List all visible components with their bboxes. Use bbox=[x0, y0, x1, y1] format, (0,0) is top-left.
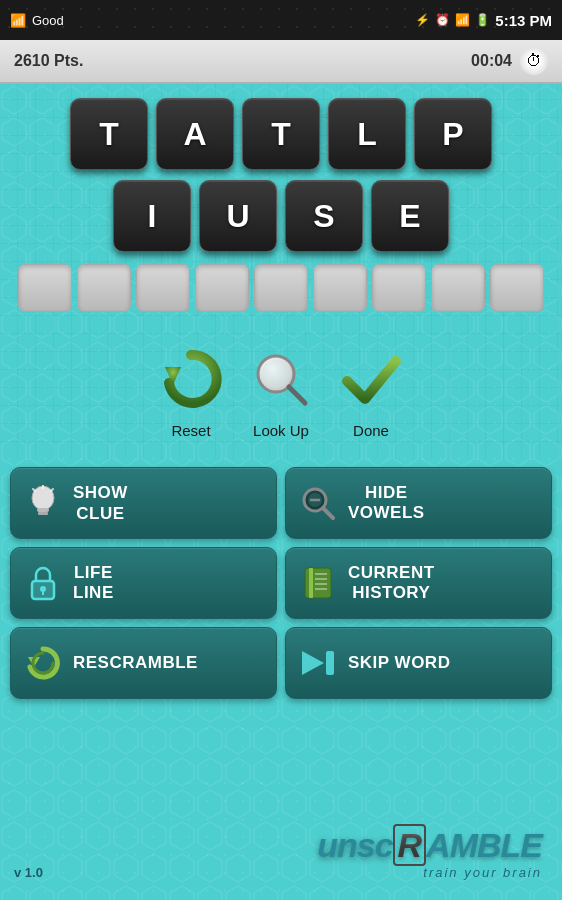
answer-slot-7[interactable] bbox=[372, 264, 426, 312]
life-line-label: LIFE LINE bbox=[73, 563, 114, 604]
show-clue-label: SHOW CLUE bbox=[73, 482, 128, 525]
battery-icon: 🔋 bbox=[475, 13, 490, 27]
wifi-icon: 📶 bbox=[455, 13, 470, 27]
tile-T1[interactable]: T bbox=[70, 98, 148, 170]
hide-vowels-button[interactable]: HIDE VOWELS bbox=[285, 467, 552, 539]
status-left: 📶 Good bbox=[10, 13, 64, 28]
tile-I[interactable]: I bbox=[113, 180, 191, 252]
answer-slot-8[interactable] bbox=[431, 264, 485, 312]
reset-label: Reset bbox=[171, 422, 210, 439]
action-buttons: SHOW CLUE HIDE VOWELS bbox=[0, 459, 562, 627]
tile-L[interactable]: L bbox=[328, 98, 406, 170]
current-history-button[interactable]: CURRENT HISTORY bbox=[285, 547, 552, 619]
svg-rect-5 bbox=[37, 508, 49, 512]
hide-vowels-label: HIDE VOWELS bbox=[348, 483, 425, 524]
timer-icon: ⏱ bbox=[520, 47, 548, 75]
logo-text: unscRAMBLE bbox=[317, 826, 542, 865]
show-clue-button[interactable]: SHOW CLUE bbox=[10, 467, 277, 539]
answer-slot-6[interactable] bbox=[313, 264, 367, 312]
svg-rect-25 bbox=[326, 651, 334, 675]
answer-slots bbox=[10, 264, 552, 312]
svg-rect-17 bbox=[305, 568, 331, 598]
magnifier-icon bbox=[300, 485, 336, 521]
tile-E[interactable]: E bbox=[371, 180, 449, 252]
lookup-button[interactable]: Look Up bbox=[246, 344, 316, 439]
signal-icon: 📶 bbox=[10, 13, 26, 28]
reset-button[interactable]: Reset bbox=[156, 344, 226, 439]
bluetooth-icon: ⚡ bbox=[415, 13, 430, 27]
tile-P[interactable]: P bbox=[414, 98, 492, 170]
svg-line-3 bbox=[289, 387, 305, 403]
timer-section: 00:04 ⏱ bbox=[471, 47, 548, 75]
alarm-icon: ⏰ bbox=[435, 13, 450, 27]
answer-slot-4[interactable] bbox=[195, 264, 249, 312]
tile-S[interactable]: S bbox=[285, 180, 363, 252]
rescramble-label: RESCRAMBLE bbox=[73, 653, 198, 673]
rescramble-icon bbox=[25, 645, 61, 681]
svg-line-12 bbox=[323, 508, 333, 518]
svg-rect-18 bbox=[309, 568, 313, 598]
current-history-label: CURRENT HISTORY bbox=[348, 563, 435, 604]
game-area: T A T L P I U S E bbox=[0, 84, 562, 459]
svg-line-8 bbox=[51, 489, 53, 491]
rescramble-button[interactable]: RESCRAMBLE bbox=[10, 627, 277, 699]
tile-T2[interactable]: T bbox=[242, 98, 320, 170]
svg-point-2 bbox=[262, 360, 290, 388]
answer-slot-3[interactable] bbox=[136, 264, 190, 312]
skip-word-label: SKIP WORD bbox=[348, 653, 450, 673]
done-label: Done bbox=[353, 422, 389, 439]
svg-rect-6 bbox=[38, 512, 48, 515]
score-display: 2610 Pts. bbox=[14, 52, 83, 70]
done-icon bbox=[336, 344, 406, 414]
reset-icon bbox=[156, 344, 226, 414]
status-icons: ⚡ ⏰ 📶 🔋 5:13 PM bbox=[415, 12, 552, 29]
arrow-right-icon bbox=[300, 645, 336, 681]
logo-sub: train your brain bbox=[317, 865, 542, 880]
book-icon bbox=[300, 565, 336, 601]
bottom-buttons: RESCRAMBLE SKIP WORD bbox=[0, 627, 562, 707]
lookup-icon bbox=[246, 344, 316, 414]
controls-row: Reset bbox=[10, 324, 552, 449]
bulb-icon bbox=[25, 485, 61, 521]
score-bar: 2610 Pts. 00:04 ⏱ bbox=[0, 40, 562, 84]
lock-btn-icon bbox=[25, 565, 61, 601]
done-button[interactable]: Done bbox=[336, 344, 406, 439]
answer-slot-9[interactable] bbox=[490, 264, 544, 312]
tile-row-2: I U S E bbox=[10, 180, 552, 252]
tile-A[interactable]: A bbox=[156, 98, 234, 170]
status-bar: 📶 Good ⚡ ⏰ 📶 🔋 5:13 PM bbox=[0, 0, 562, 40]
tile-row-1: T A T L P bbox=[10, 98, 552, 170]
svg-line-9 bbox=[33, 489, 35, 491]
svg-marker-24 bbox=[302, 651, 324, 675]
answer-slot-2[interactable] bbox=[77, 264, 131, 312]
skip-word-button[interactable]: SKIP WORD bbox=[285, 627, 552, 699]
answer-slot-1[interactable] bbox=[18, 264, 72, 312]
status-time: 5:13 PM bbox=[495, 12, 552, 29]
tile-U[interactable]: U bbox=[199, 180, 277, 252]
signal-label: Good bbox=[32, 13, 64, 28]
version-text: v 1.0 bbox=[14, 865, 43, 880]
logo-area: unscRAMBLE train your brain bbox=[317, 826, 542, 880]
svg-point-15 bbox=[40, 586, 46, 592]
timer-display: 00:04 bbox=[471, 52, 512, 70]
svg-point-4 bbox=[32, 486, 54, 510]
lookup-label: Look Up bbox=[253, 422, 309, 439]
life-line-button[interactable]: LIFE LINE bbox=[10, 547, 277, 619]
answer-slot-5[interactable] bbox=[254, 264, 308, 312]
